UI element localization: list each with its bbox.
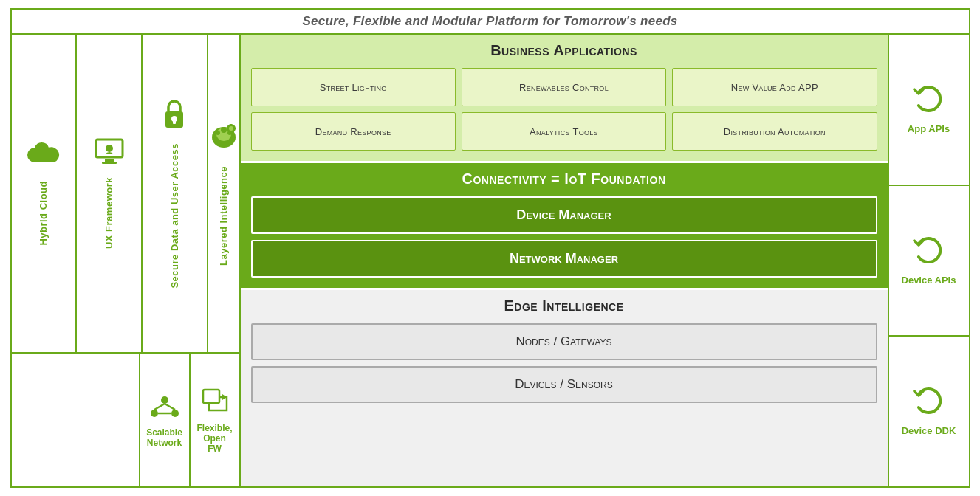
scalable-network-label: Scalable Network [146,427,183,448]
svg-point-18 [161,396,168,404]
connectivity-title: Connectivity = IoT Foundation [251,170,877,187]
sidebar-item-secure-data: Secure Data and User Access [143,35,208,352]
svg-rect-14 [230,124,232,126]
flexible-open-label: Flexible, Open FW [196,423,233,454]
main-area: Hybrid Cloud UX Framework [12,35,969,486]
app-demand-response: Demand Response [251,112,456,151]
svg-rect-15 [230,131,232,133]
right-cell-device-ddk: Device DDK [889,337,969,486]
share-icon [202,387,228,418]
sidebar-item-hybrid-cloud: Hybrid Cloud [12,35,78,352]
sidebar-item-flexible-open: Flexible, Open FW [191,354,239,486]
network-manager-box: Network Manager [251,240,877,278]
device-manager-box: Device Manager [251,196,877,234]
svg-rect-1 [105,159,114,162]
brain-icon [208,121,240,160]
top-banner: Secure, Flexible and Modular Platform fo… [12,10,969,35]
left-top: Hybrid Cloud UX Framework [12,35,239,354]
svg-rect-2 [102,162,117,164]
ux-framework-label: UX Framework [103,177,114,249]
nodes-gateways-box: Nodes / Gateways [251,323,877,360]
svg-rect-6 [173,120,176,124]
svg-point-20 [171,410,179,417]
devices-sensors-box: Devices / Sensors [251,366,877,403]
refresh-icon-device [913,236,945,270]
connectivity-section: Connectivity = IoT Foundation Device Man… [241,163,888,290]
sidebar-item-ux-framework: UX Framework [77,35,143,352]
layered-intelligence-label: Layered Intelligence [218,166,229,266]
svg-point-19 [151,410,158,417]
device-ddk-label: Device DDK [902,425,956,436]
edge-intelligence-section: Edge Intelligence Nodes / Gateways Devic… [241,290,888,486]
app-apis-label: App APIs [908,123,950,134]
refresh-icon-ddk [913,387,945,421]
screen-icon [95,138,124,171]
app-distribution-automation: Distribution Automation [672,112,877,151]
svg-point-10 [216,131,220,135]
biz-apps-title: Business Applications [251,42,877,59]
cloud-icon [27,142,60,175]
hybrid-cloud-label: Hybrid Cloud [38,181,49,246]
app-new-value-add: New Value Add APP [672,68,877,106]
network-icon [151,393,179,423]
edge-title: Edge Intelligence [251,297,877,314]
sidebar-item-scalable-network: Scalable Network [140,354,191,486]
refresh-icon-app [913,85,945,119]
svg-line-21 [154,404,165,410]
business-applications-section: Business Applications Street Lighting Re… [241,35,888,163]
device-apis-label: Device APIs [902,275,956,286]
app-analytics-tools: Analytics Tools [462,112,666,151]
sidebar-item-layered-intelligence: Layered Intelligence [208,35,239,352]
right-cell-device-apis: Device APIs [889,186,969,337]
center-area: Business Applications Street Lighting Re… [241,35,888,486]
svg-point-9 [221,127,227,133]
right-cell-app-apis: App APIs [889,35,969,186]
diagram-wrapper: Secure, Flexible and Modular Platform fo… [10,8,970,488]
svg-rect-24 [203,390,219,403]
svg-point-13 [229,126,233,131]
left-sidebar: Hybrid Cloud UX Framework [12,35,241,486]
app-street-lighting: Street Lighting [251,68,456,106]
app-renewables-control: Renewables Control [462,68,666,106]
banner-text: Secure, Flexible and Modular Platform fo… [302,14,677,28]
right-sidebar: App APIs Device APIs [888,35,969,486]
secure-data-label: Secure Data and User Access [169,143,180,289]
svg-point-3 [106,145,113,152]
svg-rect-17 [233,128,236,129]
biz-apps-grid: Street Lighting Renewables Control New V… [251,68,877,151]
lock-icon [161,98,188,137]
left-bottom: Scalable Network Flexible, Open FW [12,354,239,486]
svg-rect-16 [227,128,229,129]
svg-line-22 [165,404,175,410]
